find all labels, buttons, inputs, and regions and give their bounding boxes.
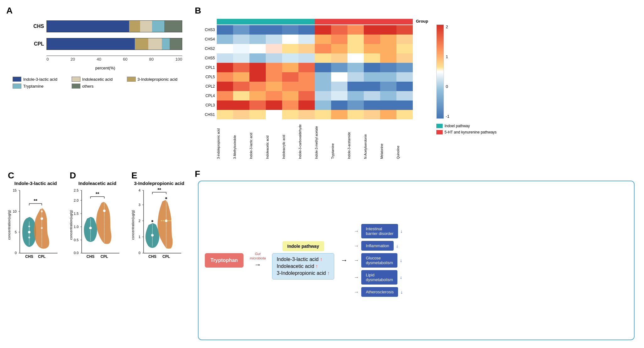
cell-chs3-11	[380, 25, 396, 35]
bottom-left-panels: C Indole-3-lactic acid 0 5 10 15 concent…	[3, 166, 192, 345]
cell-cpl4-5	[282, 91, 298, 101]
panel-d-title: Indoleacetic acid	[69, 181, 126, 186]
cell-cpl5-10	[364, 72, 380, 82]
cell-chs1-1	[217, 110, 233, 119]
cell-cpl3-7	[315, 101, 331, 110]
violin-d-label-cpl: CPL	[101, 254, 108, 259]
cell-chs2-12	[396, 44, 413, 53]
row-label-chs4: CHS4	[198, 37, 215, 41]
svg-text:3: 3	[139, 203, 140, 207]
legend-item-indoleacetic: Indoleacetic acid	[72, 77, 121, 82]
panel-d: D Indoleacetic acid 0.0 0.5 1.0 1.5 2.0 …	[67, 168, 128, 343]
violin-c: 0 5 10 15 concentration(ug/g) CHS	[7, 187, 64, 263]
bar-track-chs	[46, 20, 182, 32]
cell-chs3-2	[233, 25, 249, 35]
cell-cpl5-1	[217, 72, 233, 82]
cell-chs3-8	[331, 25, 347, 35]
top-bar-cell-1	[217, 19, 233, 24]
outcome-row-3: → Glucosedysmetabolism ↓	[354, 253, 403, 268]
x-ticks: 0 20 40 60 80 100	[46, 56, 182, 62]
top-bar-cell-7	[315, 19, 331, 24]
cell-cpl3-2	[233, 101, 249, 110]
legend-label-indole3lactic: Indole-3-lactic acid	[23, 77, 57, 82]
cell-chs2-3	[249, 44, 266, 53]
svg-text:15: 15	[13, 188, 17, 192]
violin-e-cpl-outlier	[165, 197, 167, 199]
legend-label-others: others	[82, 84, 94, 89]
top-bar-cell-2	[233, 19, 249, 24]
legend-label-indoleacetic: Indoleacetic acid	[82, 77, 113, 82]
violin-d-chs-shape	[84, 217, 97, 242]
cell-cpl1-9	[347, 63, 364, 72]
row-label-cpl2: CPL2	[198, 84, 215, 89]
cell-cpl4-12	[396, 91, 413, 101]
outcome-box-2: Inflammation	[361, 241, 393, 251]
cell-cpl2-4	[266, 82, 282, 91]
cell-chs5-1	[217, 53, 233, 63]
bar-label-chs: CHS	[28, 24, 44, 29]
down-icon-1: ↓	[401, 229, 403, 234]
cell-cpl3-9	[347, 101, 364, 110]
svg-text:0: 0	[15, 251, 17, 255]
cell-chs2-2	[233, 44, 249, 53]
legend-item-indole3lactic: Indole-3-lactic acid	[13, 77, 65, 82]
cell-cpl4-2	[233, 91, 249, 101]
gut-arrow-label2: microbiota	[250, 256, 266, 260]
heatmap-row-chs3	[217, 25, 413, 35]
top-bar-cell-12	[396, 19, 413, 24]
outcome-arrow-3: →	[354, 258, 359, 263]
svg-text:0.5: 0.5	[74, 238, 79, 242]
seg-cpl-tryptamine	[162, 38, 170, 50]
col-label-7: Indole-3-methyl acetate	[315, 119, 331, 160]
cell-cpl5-12	[396, 72, 413, 82]
up-arrow-1: ↑	[320, 257, 322, 262]
cell-chs1-11	[380, 110, 396, 119]
cell-chs5-6	[298, 53, 315, 63]
cell-chs4-2	[233, 35, 249, 44]
heatmap-col-labels: 3-indolepropionic acid 3-Methyloxindole …	[217, 119, 428, 160]
panel-c-title: Indole-3-lactic acid	[7, 181, 64, 186]
bar-track-cpl	[46, 38, 182, 50]
cell-chs2-7	[315, 44, 331, 53]
row-label-chs5: CHS5	[198, 56, 215, 60]
panel-e-title: 3-Indolepropionic acid	[131, 181, 188, 186]
cell-chs4-4	[266, 35, 282, 44]
cell-chs5-5	[282, 53, 298, 63]
cell-chs1-2	[233, 110, 249, 119]
top-bar-cell-11	[380, 19, 396, 24]
cell-cpl2-6	[298, 82, 315, 91]
row-label-chs3: CHS3	[198, 28, 215, 32]
cell-cpl1-7	[315, 63, 331, 72]
x-tick-0: 0	[46, 57, 49, 62]
x-axis: 0 20 40 60 80 100	[46, 56, 182, 65]
cell-chs5-8	[331, 53, 347, 63]
pathway-item-5ht: 5-HT and kynurenine pathways	[436, 130, 497, 134]
cell-chs5-11	[380, 53, 396, 63]
panel-f-inner: Tryptophan Gut microbiota → Indole pathw…	[198, 181, 635, 340]
violin-label-chs: CHS	[25, 254, 33, 259]
cell-chs3-10	[364, 25, 380, 35]
cell-cpl3-10	[364, 101, 380, 110]
outcome-arrow-4: →	[354, 275, 359, 280]
cell-chs1-3	[249, 110, 266, 119]
outcome-row-4: → Lipiddysmetabolism ↓	[354, 270, 403, 285]
cell-cpl4-6	[298, 91, 315, 101]
cell-chs2-6	[298, 44, 315, 53]
col-label-12: Quinoline	[396, 119, 413, 160]
bar-chart-legend: Indole-3-lactic acid Indoleacetic acid 3…	[13, 77, 185, 89]
pathway-label-5ht: 5-HT and kynurenine pathways	[445, 130, 497, 134]
cell-cpl1-11	[380, 63, 396, 72]
cell-cpl2-8	[331, 82, 347, 91]
bar-row-chs: CHS	[28, 20, 182, 32]
heatmap-cells	[217, 25, 413, 119]
x-axis-line	[46, 56, 182, 56]
seg-chs-tryptamine	[152, 21, 164, 32]
cell-cpl1-10	[364, 63, 380, 72]
violin-d: 0.0 0.5 1.0 1.5 2.0 2.5 concentration(ug…	[69, 187, 126, 263]
cell-cpl5-11	[380, 72, 396, 82]
outcome-box-5: Atherosclerosis	[361, 287, 398, 297]
cell-cpl4-4	[266, 91, 282, 101]
panel-f-label: F	[195, 169, 200, 179]
sig-label-e: **	[157, 187, 161, 192]
svg-text:0: 0	[139, 251, 140, 255]
